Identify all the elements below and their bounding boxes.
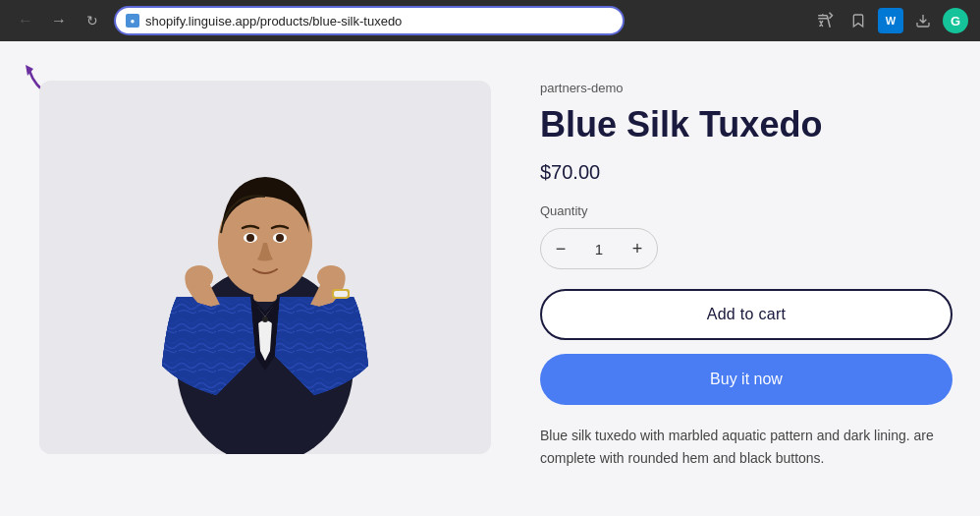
buy-now-button[interactable]: Buy it now [540, 354, 953, 405]
svg-rect-13 [334, 291, 348, 297]
browser-chrome: ← → ↻ ● shopify.linguise.app/products/bl… [0, 0, 980, 41]
product-image [39, 81, 491, 454]
browser-actions: W G [811, 7, 968, 34]
download-button[interactable] [909, 7, 937, 34]
add-to-cart-button[interactable]: Add to cart [540, 289, 953, 340]
svg-marker-0 [26, 65, 33, 76]
quantity-label: Quantity [540, 203, 941, 218]
quantity-control: − 1 + [540, 228, 658, 269]
bookmark-button[interactable] [844, 7, 872, 34]
quantity-decrease-button[interactable]: − [541, 229, 580, 268]
quantity-value: 1 [580, 241, 618, 258]
site-icon: ● [126, 14, 139, 28]
translate-button[interactable] [811, 7, 839, 34]
microsoft-extension-icon[interactable]: W [878, 8, 903, 33]
svg-point-9 [276, 234, 284, 242]
page-content: partners-demo Blue Silk Tuxedo $70.00 Qu… [0, 41, 980, 516]
address-bar[interactable]: ● shopify.linguise.app/products/blue-sil… [114, 6, 625, 35]
svg-point-10 [186, 265, 213, 289]
product-title: Blue Silk Tuxedo [540, 103, 941, 145]
product-info: partners-demo Blue Silk Tuxedo $70.00 Qu… [540, 81, 941, 469]
svg-point-3 [262, 316, 268, 322]
reload-button[interactable]: ↻ [79, 7, 106, 34]
product-description: Blue silk tuxedo with marbled aquatic pa… [540, 425, 941, 469]
grammarly-extension-icon[interactable]: G [943, 8, 968, 33]
svg-point-11 [317, 265, 345, 289]
forward-button[interactable]: → [45, 7, 73, 34]
nav-buttons: ← → ↻ [12, 7, 106, 34]
product-price: $70.00 [540, 161, 941, 184]
product-brand: partners-demo [540, 81, 941, 95]
svg-point-7 [246, 234, 254, 242]
quantity-increase-button[interactable]: + [618, 229, 657, 268]
url-text: shopify.linguise.app/products/blue-silk-… [145, 14, 402, 29]
back-button[interactable]: ← [12, 7, 39, 34]
